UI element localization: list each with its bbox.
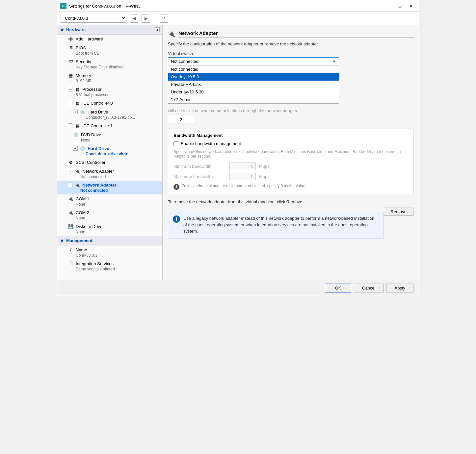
memory-icon: ▦	[68, 72, 74, 78]
bandwidth-title: Bandwidth Management	[173, 133, 408, 138]
vlan-input[interactable]: 2	[168, 116, 194, 123]
enable-bandwidth-label: Enable bandwidth management	[181, 141, 241, 146]
cancel-button[interactable]: Cancel	[354, 284, 383, 292]
panel-header-icon: 🔌	[168, 30, 175, 38]
main-content: ★ Hardware ▲ ➕ Add Hardware 🖥 BIOS Boot …	[57, 25, 419, 280]
vlan-will-use: will use for all network communications …	[168, 108, 298, 113]
right-panel: 🔌 Network Adapter Specify the configurat…	[163, 25, 419, 280]
com2-label: COM 2	[76, 210, 89, 215]
title-bar-left: ⚙ Settings for Cond-v3.0.3 on HP-WIN3	[60, 3, 141, 9]
hard-drive-1-sub: Cond_data_drive.vhdx	[73, 152, 160, 156]
maximize-button[interactable]: □	[395, 2, 405, 10]
sidebar-item-hard-drive-0[interactable]: + 💿 Hard Drive Conductor_r3.0.3-1791-co.…	[57, 108, 162, 121]
sidebar-item-name[interactable]: I Name Cond-v3.0.3	[57, 245, 162, 259]
max-bandwidth-input[interactable]	[229, 173, 256, 180]
hard-drive-0-expand-btn[interactable]: +	[73, 110, 78, 114]
network-2-sub: Not connected	[68, 188, 160, 193]
hard-drive-0-sub: Conductor_r3.0.3-1791-co...	[73, 115, 160, 120]
sidebar-item-bios[interactable]: 🖥 BIOS Boot from CD	[57, 43, 162, 57]
vm-selector[interactable]: Cond-v3.0.3	[61, 14, 126, 23]
bandwidth-group: Bandwidth Management Enable bandwidth ma…	[168, 129, 413, 194]
refresh-button[interactable]: ↺	[160, 14, 168, 23]
processor-icon: ▦	[74, 86, 80, 92]
sidebar-item-dvd-drive[interactable]: 💿 DVD Drive None	[57, 130, 162, 144]
sidebar-item-integration[interactable]: 📄 Integration Services Some services off…	[57, 259, 162, 273]
bios-label: BIOS	[76, 45, 86, 50]
network-1-sub: Not connected	[68, 174, 160, 179]
remove-text: To remove the network adapter from this …	[168, 199, 413, 204]
minimize-button[interactable]: ─	[384, 2, 394, 10]
sidebar-item-network-1[interactable]: + 🔌 Network Adapter Not connected	[57, 167, 162, 181]
bios-sub: Boot from CD	[68, 51, 160, 56]
unrestricted-note-row: i To leave the minimum or maximum unrest…	[173, 184, 408, 190]
sidebar-item-processor[interactable]: + ▦ Processor 8 Virtual processors	[57, 85, 162, 99]
security-sub: Key Storage Drive disabled	[68, 65, 160, 69]
toolbar: Cond-v3.0.3 ◀ ▶ ↺	[57, 12, 419, 25]
back-button[interactable]: ◀	[130, 14, 138, 23]
dropdown-option-not-connected[interactable]: Not connected	[168, 65, 339, 73]
network-1-expand-btn[interactable]: +	[68, 169, 72, 173]
add-hardware-icon: ➕	[68, 36, 74, 42]
sidebar-item-ide0[interactable]: − ▦ IDE Controller 0	[57, 99, 162, 108]
footer: OK Cancel Apply	[57, 280, 419, 296]
dropdown-option-underlay[interactable]: Underlay-10.5.30	[168, 88, 339, 96]
dropdown-option-overlay[interactable]: Overlay-10.5.3	[168, 73, 339, 81]
sidebar-item-ide1[interactable]: − ▦ IDE Controller 1	[57, 121, 162, 130]
enable-bandwidth-checkbox[interactable]	[173, 141, 178, 146]
ide0-expand-btn[interactable]: −	[68, 101, 72, 105]
sidebar: ★ Hardware ▲ ➕ Add Hardware 🖥 BIOS Boot …	[57, 25, 163, 280]
hardware-section-header: ★ Hardware ▲	[57, 25, 162, 35]
sidebar-item-com2[interactable]: 🔌 COM 2 None	[57, 208, 162, 222]
sidebar-item-scsi[interactable]: ⚙ SCSI Controller	[57, 158, 162, 167]
network-2-expand-btn[interactable]: +	[68, 183, 72, 187]
legacy-info-icon: i	[173, 215, 180, 223]
memory-label: Memory	[76, 73, 91, 78]
ide1-icon: ▦	[74, 123, 80, 129]
title-controls: ─ □ ✕	[384, 2, 416, 10]
security-icon: 🛡	[68, 59, 74, 64]
security-label: Security	[76, 59, 91, 64]
sidebar-item-security[interactable]: 🛡 Security Key Storage Drive disabled	[57, 57, 162, 71]
dropdown-option-private-ha[interactable]: Private-HA-Link	[168, 81, 339, 88]
min-bandwidth-row: Minimum bandwidth: Mbps	[173, 163, 408, 170]
diskette-sub: None	[68, 230, 160, 234]
dropdown-header[interactable]: Not connected ▼	[168, 57, 339, 65]
diskette-label: Diskette Drive	[76, 224, 102, 229]
sidebar-item-hard-drive-1[interactable]: + 💿 Hard Drive Cond_data_drive.vhdx	[57, 144, 162, 158]
unrestricted-info-icon: i	[173, 184, 179, 190]
hard-drive-1-expand-btn[interactable]: +	[73, 146, 78, 151]
sidebar-item-add-hardware[interactable]: ➕ Add Hardware	[57, 35, 162, 43]
hardware-section-label: Hardware	[66, 27, 86, 32]
title-bar: ⚙ Settings for Cond-v3.0.3 on HP-WIN3 ─ …	[57, 0, 419, 12]
ide1-expand-btn[interactable]: −	[68, 123, 72, 128]
dropdown-list: Not connected Overlay-10.5.3 Private-HA-…	[168, 65, 339, 104]
max-bandwidth-unit: Mbps	[259, 174, 270, 179]
remove-button[interactable]: Remove	[384, 208, 413, 216]
max-bandwidth-row: Maximum bandwidth: Mbps	[173, 173, 408, 180]
name-icon: I	[68, 247, 74, 253]
apply-button[interactable]: Apply	[386, 284, 413, 292]
hardware-scroll-up[interactable]: ▲	[155, 27, 160, 32]
min-bandwidth-input[interactable]	[229, 163, 256, 170]
close-button[interactable]: ✕	[406, 2, 416, 10]
integration-sub: Some services offered	[68, 267, 160, 271]
processor-expand-btn[interactable]: +	[68, 87, 72, 91]
unrestricted-note: To leave the minimum or maximum unrestri…	[182, 184, 306, 188]
ide0-label: IDE Controller 0	[82, 101, 113, 106]
vlan-note: will use for all network communications …	[168, 108, 413, 113]
integration-icon: 📄	[68, 261, 74, 266]
dvd-drive-icon: 💿	[73, 132, 79, 138]
forward-button[interactable]: ▶	[142, 14, 150, 23]
main-window: ⚙ Settings for Cond-v3.0.3 on HP-WIN3 ─ …	[57, 0, 419, 296]
sidebar-item-diskette[interactable]: 💾 Diskette Drive None	[57, 222, 162, 236]
sidebar-item-com1[interactable]: 🔌 COM 1 None	[57, 194, 162, 208]
sidebar-item-memory[interactable]: ▦ Memory 8192 MB	[57, 71, 162, 85]
management-section-header: ★ Management	[57, 236, 162, 245]
sidebar-item-network-2[interactable]: + 🔌 Network Adapter Not connected	[57, 181, 162, 194]
ok-button[interactable]: OK	[325, 284, 351, 292]
dropdown-option-admin[interactable]: 172-Admin	[168, 96, 339, 103]
network-2-label: Network Adapter	[82, 183, 117, 188]
virtual-switch-dropdown: Not connected ▼ Not connected Overlay-10…	[168, 57, 413, 104]
panel-title: Network Adapter	[178, 30, 413, 38]
dvd-drive-sub: None	[73, 138, 160, 142]
